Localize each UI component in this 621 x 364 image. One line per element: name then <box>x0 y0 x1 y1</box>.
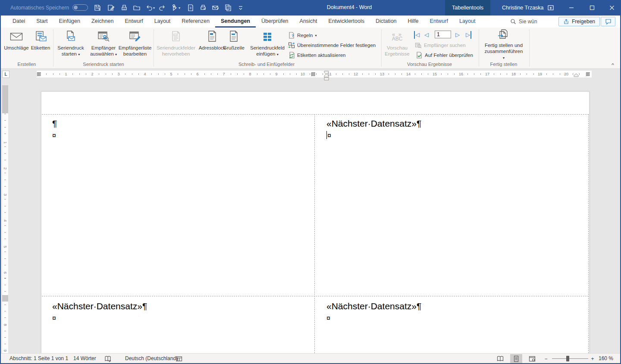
tab-start[interactable]: Start <box>31 16 53 28</box>
fertig-stellen-button[interactable]: Fertig stellen und zusammenführen ▾ <box>483 28 524 61</box>
seriendruckfeld-einfuegen-button[interactable]: Seriendruckfeld einfügen ▾ <box>248 28 287 61</box>
etiketten-button[interactable]: Etiketten <box>28 28 53 61</box>
tab-layout[interactable]: Layout <box>149 16 176 28</box>
label-cell-bottom-right[interactable]: «Nächster·Datensatz»¶ ¤ <box>326 301 421 324</box>
language-indicator[interactable]: Deutsch (Deutschland) <box>125 354 178 364</box>
tab-entwicklertools[interactable]: Entwicklertools <box>323 16 370 28</box>
tab-ueberpruefen[interactable]: Überprüfen <box>256 16 294 28</box>
seriendruckfelder-hervorheben-button: Seriendruckfelder hervorheben <box>155 28 197 61</box>
tab-einfuegen[interactable]: Einfügen <box>53 16 86 28</box>
check-errors-icon <box>416 52 423 59</box>
minimize-button[interactable] <box>565 3 578 12</box>
save-button[interactable] <box>92 3 103 12</box>
text-cursor <box>326 131 327 139</box>
ruler-number: 13 <box>379 72 385 77</box>
tab-sendungen[interactable]: Sendungen <box>215 16 256 28</box>
umschlaege-button[interactable]: Umschläge <box>4 28 28 61</box>
empfaengerliste-bearbeiten-button[interactable]: Empfängerliste bearbeiten <box>117 28 153 61</box>
tab-ansicht[interactable]: Ansicht <box>294 16 323 28</box>
ruler-number: 20 <box>563 72 569 77</box>
label-cell-top-right[interactable]: «Nächster·Datensatz»¶ ¤ <box>326 118 421 141</box>
tab-referenzen[interactable]: Referenzen <box>176 16 215 28</box>
page-indicator[interactable]: Seite 1 von 1 <box>38 354 68 364</box>
status-bar: Abschnitt: 1 Seite 1 von 1 14 Wörter Deu… <box>0 353 621 364</box>
ruler-number: 6 <box>3 270 8 275</box>
envelope-icon <box>10 28 23 45</box>
autosave-toggle[interactable] <box>72 4 88 11</box>
etiketten-aktualisieren-button[interactable]: Etiketten aktualisieren <box>288 51 346 59</box>
tab-layout-contextual[interactable]: Layout <box>454 16 481 28</box>
ribbon-sendungen: Umschläge Etiketten Erstellen Seriendruc… <box>0 28 621 69</box>
tab-stop-selector[interactable]: L <box>2 71 9 78</box>
label-cell-bottom-left[interactable]: «Nächster·Datensatz»¶ ¤ <box>52 301 147 324</box>
tell-me-search[interactable]: Sie wün <box>510 17 537 26</box>
row-boundary-marker <box>2 295 8 302</box>
quick-print-button[interactable] <box>198 3 208 12</box>
comments-button[interactable] <box>601 17 615 26</box>
contextual-tools-header[interactable]: Tabellentools <box>445 0 490 16</box>
previous-record-button[interactable]: ◁ <box>424 31 429 39</box>
ruler-number: 4 <box>143 72 147 77</box>
customize-qat-button[interactable] <box>235 3 246 12</box>
uebereinstimmende-felder-button[interactable]: Übereinstimmende Felder festlegen <box>288 41 376 50</box>
table-column-marker-icon[interactable] <box>37 72 41 76</box>
select-recipients-icon <box>97 28 110 45</box>
proofing-status-icon[interactable] <box>104 355 111 362</box>
read-mode-button[interactable] <box>494 354 506 363</box>
maximize-button[interactable] <box>586 3 599 12</box>
zoom-level[interactable]: 160 % <box>599 354 613 364</box>
edit-message-button[interactable] <box>210 3 221 12</box>
touch-mode-dropdown[interactable]: ▾ <box>179 6 180 10</box>
label-cell-top-left[interactable]: ¶ ¤ <box>52 118 57 141</box>
zoom-slider-thumb[interactable] <box>566 356 569 361</box>
table-column-marker-icon[interactable] <box>311 72 315 76</box>
section-indicator[interactable]: Abschnitt: 1 <box>9 354 37 364</box>
tab-datei[interactable]: Datei <box>7 16 31 28</box>
seriendruck-starten-button[interactable]: Seriendruck starten ▾ <box>55 28 87 61</box>
last-record-button[interactable]: ▷ <box>466 31 471 39</box>
record-number-input[interactable] <box>435 31 451 38</box>
zoom-slider-track[interactable] <box>552 358 588 359</box>
print-preview-button[interactable] <box>119 3 129 12</box>
mail-merge-preview-button[interactable] <box>185 3 196 12</box>
macro-recording-icon[interactable] <box>176 356 182 362</box>
save-as-icon-button[interactable] <box>106 3 116 12</box>
undo-dropdown[interactable]: ▾ <box>153 6 155 10</box>
table-column-marker-icon[interactable] <box>586 72 590 76</box>
greeting-line-icon <box>229 28 239 45</box>
right-indent-marker-icon[interactable] <box>574 73 579 77</box>
touch-mouse-mode-button[interactable] <box>169 3 179 12</box>
next-record-button[interactable]: ▷ <box>455 31 460 39</box>
first-record-button[interactable]: ◁ <box>414 31 420 39</box>
dropdown-arrow-icon: ▾ <box>503 56 505 60</box>
open-folder-button[interactable] <box>132 3 142 12</box>
grusszeile-button[interactable]: Grußzeile <box>222 28 246 61</box>
tab-entwurf[interactable]: Entwurf <box>119 16 148 28</box>
tab-entwurf-contextual[interactable]: Entwurf <box>424 16 454 28</box>
account-name[interactable]: Christine Trzaska <box>502 0 544 16</box>
redo-button[interactable] <box>157 3 167 12</box>
print-layout-button[interactable] <box>510 354 522 363</box>
word-count[interactable]: 14 Wörter <box>73 354 96 364</box>
share-button[interactable]: Freigeben <box>558 17 600 26</box>
table-gridline <box>588 114 589 353</box>
paragraph-mark: ¶ <box>417 118 421 128</box>
empfaenger-auswaehlen-button[interactable]: Empfänger auswählen ▾ <box>88 28 119 61</box>
regeln-button[interactable]: ? Regeln▾ <box>288 31 317 40</box>
tab-hilfe[interactable]: Hilfe <box>402 16 424 28</box>
collapse-ribbon-button[interactable]: ^ <box>608 62 618 67</box>
copy-document-button[interactable] <box>223 3 233 12</box>
ruler-ticks <box>4 114 6 353</box>
zoom-out-button[interactable]: − <box>543 355 549 362</box>
ribbon-display-options-button[interactable] <box>544 3 557 12</box>
web-layout-button[interactable] <box>526 354 538 363</box>
zoom-in-button[interactable]: + <box>589 355 596 362</box>
tab-dictation[interactable]: Dictation <box>370 16 402 28</box>
table-gridline <box>42 296 589 296</box>
indent-markers-icon[interactable] <box>323 71 329 82</box>
ruler-number: 7 <box>222 72 226 77</box>
document-canvas: L 1 2 3 4 5 6 7 8 9 10 11 12 13 14 15 16… <box>0 69 621 353</box>
close-button[interactable] <box>605 3 618 12</box>
tab-zeichnen[interactable]: Zeichnen <box>86 16 119 28</box>
auf-fehler-ueberpruefen-button[interactable]: Auf Fehler überprüfen <box>416 51 473 59</box>
